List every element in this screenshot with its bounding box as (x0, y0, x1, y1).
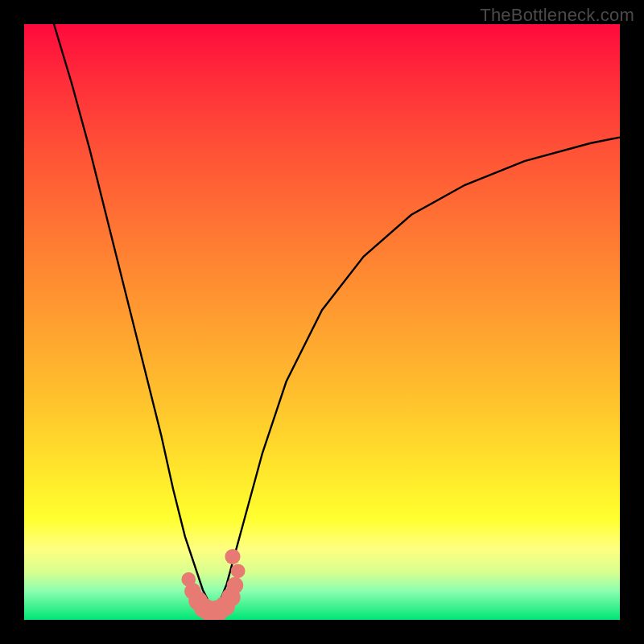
curve-svg (24, 24, 620, 620)
watermark-text: TheBottleneck.com (480, 5, 634, 26)
chart-frame: TheBottleneck.com (0, 0, 644, 644)
highlight-marker (225, 549, 240, 564)
highlight-markers (181, 549, 245, 620)
plot-area (24, 24, 620, 620)
bottleneck-curve-right (215, 138, 620, 614)
highlight-marker (227, 577, 244, 594)
highlight-marker (231, 564, 246, 578)
bottleneck-curve-left (54, 24, 215, 614)
